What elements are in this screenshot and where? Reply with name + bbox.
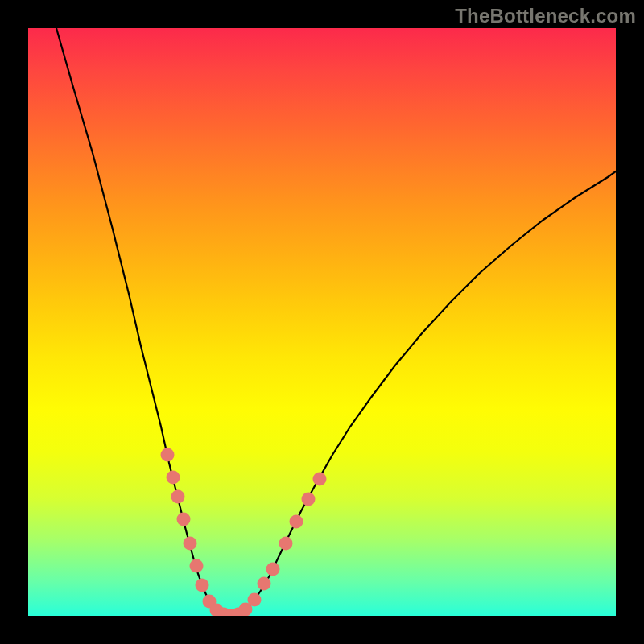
- data-marker: [196, 579, 209, 592]
- bottleneck-curve: [28, 28, 616, 616]
- curve-path: [56, 28, 616, 616]
- data-marker: [248, 593, 262, 607]
- plot-area: [28, 28, 616, 616]
- data-marker: [302, 493, 316, 506]
- data-marker: [171, 490, 185, 504]
- watermark-text: TheBottleneck.com: [455, 5, 636, 27]
- data-marker: [177, 513, 191, 526]
- data-marker: [184, 537, 197, 551]
- data-marker: [167, 471, 180, 485]
- data-marker: [190, 559, 204, 573]
- data-marker: [266, 563, 280, 576]
- data-marker: [161, 448, 175, 462]
- data-marker: [313, 473, 327, 486]
- chart-container: TheBottleneck.com: [0, 0, 644, 644]
- data-marker: [290, 515, 303, 529]
- data-marker: [258, 577, 271, 591]
- data-marker: [279, 537, 293, 551]
